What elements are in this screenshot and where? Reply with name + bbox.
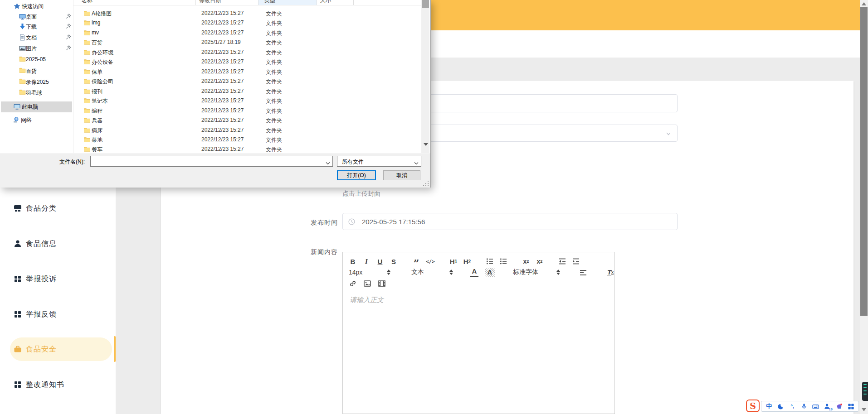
background-color-button[interactable]: A xyxy=(485,268,495,277)
ordered-list-button[interactable] xyxy=(486,257,494,266)
file-list-scrollbar-thumb[interactable] xyxy=(422,0,429,8)
nav-folder-yumaoqiu[interactable]: 羽毛球 xyxy=(0,87,73,98)
header1-button[interactable]: H1 xyxy=(449,257,458,266)
scroll-up-icon[interactable] xyxy=(862,2,866,5)
news-content-label: 新闻内容 xyxy=(283,248,338,256)
nav-folder-baihuo[interactable]: 百货 xyxy=(0,66,73,77)
file-row[interactable]: 办公设备 2022/12/23 15:27 文件夹 xyxy=(73,57,418,67)
sidebar-item-food-category[interactable]: 食品分类 xyxy=(0,197,116,220)
file-row[interactable]: 病床 2022/12/23 15:27 文件夹 xyxy=(73,125,418,135)
file-list-scroll-down-icon[interactable] xyxy=(424,143,428,146)
cancel-button[interactable]: 取消 xyxy=(383,170,420,180)
font-family-picker[interactable]: 标准字体 xyxy=(513,268,560,276)
align-button[interactable] xyxy=(579,268,587,277)
scroll-down-icon[interactable] xyxy=(862,408,866,411)
nav-downloads[interactable]: 下载 xyxy=(0,21,73,32)
folder-icon xyxy=(84,69,90,76)
resize-grip[interactable] xyxy=(423,181,429,186)
ime-toolbox-icon[interactable] xyxy=(847,402,855,410)
bold-button[interactable]: B xyxy=(349,257,357,266)
outdent-button[interactable] xyxy=(558,257,566,266)
image-button[interactable] xyxy=(363,279,371,288)
superscript-button[interactable]: x2 xyxy=(536,257,544,266)
pin-icon xyxy=(66,34,71,40)
nav-documents[interactable]: 文档 xyxy=(0,32,73,43)
filename-input[interactable] xyxy=(90,156,333,167)
folder-icon xyxy=(84,30,90,37)
pin-icon xyxy=(66,45,71,51)
ime-account-icon[interactable]: 19 xyxy=(824,402,832,410)
editor-placeholder: 请输入正文 xyxy=(350,296,384,304)
text-style-picker[interactable]: 文本 xyxy=(411,268,453,276)
underline-button[interactable]: U xyxy=(376,257,384,266)
sidebar-item-label: 举报投诉 xyxy=(26,267,57,291)
sidebar-item-food-info[interactable]: 食品信息 xyxy=(0,232,116,255)
category-icon xyxy=(14,204,22,212)
file-row[interactable]: A轮播图 2022/12/23 15:27 文件夹 xyxy=(73,9,418,18)
file-row[interactable]: 百货 2025/1/27 18:19 文件夹 xyxy=(73,38,418,47)
sidebar-item-report-feedback[interactable]: 举报反馈 xyxy=(0,303,116,326)
sidebar-item-rectification-notice[interactable]: 整改通知书 xyxy=(0,373,116,396)
sidebar-item-report-complaint[interactable]: 举报投诉 xyxy=(0,267,116,291)
grid-icon xyxy=(14,275,22,283)
filetype-select[interactable]: 所有文件 xyxy=(337,156,421,167)
file-row[interactable]: 保险公司 2022/12/23 15:27 文件夹 xyxy=(73,77,418,86)
column-header-date[interactable]: 修改日期 xyxy=(199,0,221,5)
nav-quick-access[interactable]: 快速访问 xyxy=(0,1,73,12)
ime-keyboard-icon[interactable] xyxy=(812,402,820,410)
text-color-button[interactable]: A xyxy=(470,267,478,277)
file-list-scrollbar[interactable] xyxy=(421,0,429,153)
editor-content-area[interactable]: 请输入正文 xyxy=(343,292,614,414)
download-icon xyxy=(19,23,26,30)
file-row[interactable]: 保单 2022/12/23 15:27 文件夹 xyxy=(73,67,418,77)
column-header-type[interactable]: 类型 xyxy=(264,0,275,5)
ime-punctuation-icon[interactable]: °, xyxy=(788,402,796,410)
file-row[interactable]: 餐车 2022/12/23 15:27 文件夹 xyxy=(73,144,418,154)
file-row[interactable]: 报刊 2022/12/23 15:27 文件夹 xyxy=(73,87,418,96)
filename-label: 文件名(N): xyxy=(59,158,85,166)
blockquote-button[interactable]: ” xyxy=(412,255,420,268)
nav-desktop[interactable]: 桌面 xyxy=(0,11,73,22)
folder-icon xyxy=(84,10,90,17)
bullet-list-button[interactable] xyxy=(499,257,507,266)
sidebar-item-food-safety[interactable]: 食品安全 xyxy=(0,337,116,361)
video-button[interactable] xyxy=(378,279,386,288)
code-block-button[interactable]: </> xyxy=(426,257,435,266)
file-row[interactable]: 办公环境 2022/12/23 15:27 文件夹 xyxy=(73,48,418,57)
folder-icon xyxy=(84,59,90,66)
strikethrough-button[interactable]: S xyxy=(390,257,398,266)
pin-icon xyxy=(66,24,71,29)
publish-time-input[interactable]: 2025-05-25 17:15:56 xyxy=(342,213,678,230)
ime-skin-icon[interactable] xyxy=(835,402,843,410)
indent-button[interactable] xyxy=(572,257,580,266)
ime-sogou-logo[interactable]: SS xyxy=(746,400,760,412)
nav-folder-2025-05[interactable]: 2025-05 xyxy=(0,54,73,65)
font-size-picker[interactable]: 14px xyxy=(349,269,390,276)
column-header-name[interactable]: 名称 xyxy=(82,0,93,5)
file-row[interactable]: 兵器 2022/12/23 15:27 文件夹 xyxy=(73,116,418,125)
file-row[interactable]: 笔记本 2022/12/23 15:27 文件夹 xyxy=(73,96,418,106)
file-row[interactable]: 编程 2022/12/23 15:27 文件夹 xyxy=(73,106,418,116)
ime-chinese-mode-icon[interactable]: 中 xyxy=(765,402,773,410)
subscript-button[interactable]: x2 xyxy=(522,257,530,266)
page-scrollbar-thumb[interactable] xyxy=(860,7,868,316)
link-button[interactable] xyxy=(349,279,357,288)
nav-pictures[interactable]: 图片 xyxy=(0,43,73,54)
file-row[interactable]: img 2022/12/23 15:27 文件夹 xyxy=(73,18,418,28)
header2-button[interactable]: H2 xyxy=(463,257,471,266)
ime-halfwidth-moon-icon[interactable] xyxy=(777,402,785,410)
italic-button[interactable]: I xyxy=(362,257,371,266)
upload-cover-caption[interactable]: 点击上传封面 xyxy=(342,190,380,198)
file-row[interactable]: mv 2022/12/23 15:27 文件夹 xyxy=(73,28,418,38)
docked-panel-handle[interactable] xyxy=(862,382,868,401)
nav-network[interactable]: 网络 xyxy=(0,115,73,125)
rich-text-editor: B I U S ” </> H1 H2 x2 x2 xyxy=(342,252,615,414)
file-row[interactable]: 菜地 2022/12/23 15:27 文件夹 xyxy=(73,135,418,144)
nav-folder-luxiang2025[interactable]: 录像2025 xyxy=(0,77,73,87)
column-header-size[interactable]: 大小 xyxy=(320,0,331,5)
open-button[interactable]: 打开(O) xyxy=(337,170,376,180)
ime-mic-icon[interactable] xyxy=(800,402,808,410)
document-icon xyxy=(19,34,26,41)
clear-format-button[interactable]: Tx xyxy=(606,268,614,277)
nav-this-pc[interactable]: 此电脑 xyxy=(1,101,72,112)
